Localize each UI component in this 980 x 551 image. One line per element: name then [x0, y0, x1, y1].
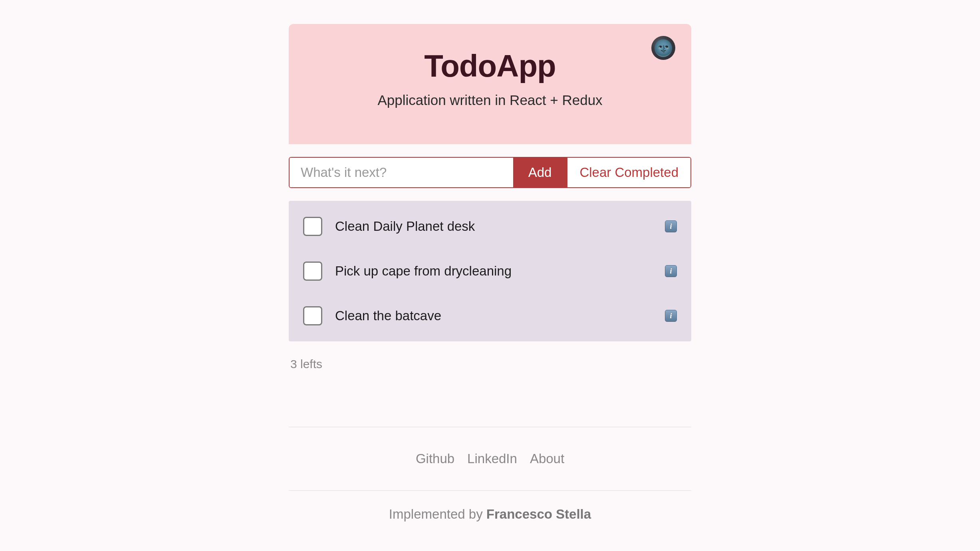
app-title: TodoApp [305, 48, 675, 84]
github-link[interactable]: Github [416, 451, 454, 466]
app-subtitle: Application written in React + Redux [305, 92, 675, 108]
todo-text: Clean Daily Planet desk [335, 219, 652, 234]
todo-item: Pick up cape from drycleaning [289, 249, 691, 293]
todo-item: Clean the batcave [289, 293, 691, 338]
info-icon[interactable] [665, 220, 677, 232]
about-link[interactable]: About [530, 451, 564, 466]
todo-list: Clean Daily Planet desk Pick up cape fro… [289, 201, 691, 341]
items-left-counter: 3 lefts [289, 357, 691, 371]
credit-prefix: Implemented by [389, 507, 486, 521]
credit: Implemented by Francesco Stella [289, 507, 691, 522]
clear-completed-button[interactable]: Clear Completed [567, 158, 690, 187]
todo-checkbox[interactable] [303, 217, 322, 236]
todo-text: Clean the batcave [335, 308, 652, 323]
new-todo-input[interactable] [290, 158, 513, 187]
footer-links: Github LinkedIn About [289, 451, 691, 466]
add-button[interactable]: Add [513, 158, 567, 187]
credit-name: Francesco Stella [486, 507, 591, 521]
info-icon[interactable] [665, 310, 677, 322]
input-row: Add Clear Completed [289, 157, 691, 188]
footer: Github LinkedIn About Implemented by Fra… [289, 427, 691, 522]
todo-checkbox[interactable] [303, 262, 322, 281]
info-icon[interactable] [665, 265, 677, 277]
linkedin-link[interactable]: LinkedIn [467, 451, 517, 466]
todo-item: Clean Daily Planet desk [289, 204, 691, 249]
theme-toggle-icon[interactable]: 🌚 [651, 36, 675, 60]
todo-text: Pick up cape from drycleaning [335, 264, 652, 279]
todo-checkbox[interactable] [303, 306, 322, 325]
app-header: 🌚 TodoApp Application written in React +… [289, 24, 691, 144]
